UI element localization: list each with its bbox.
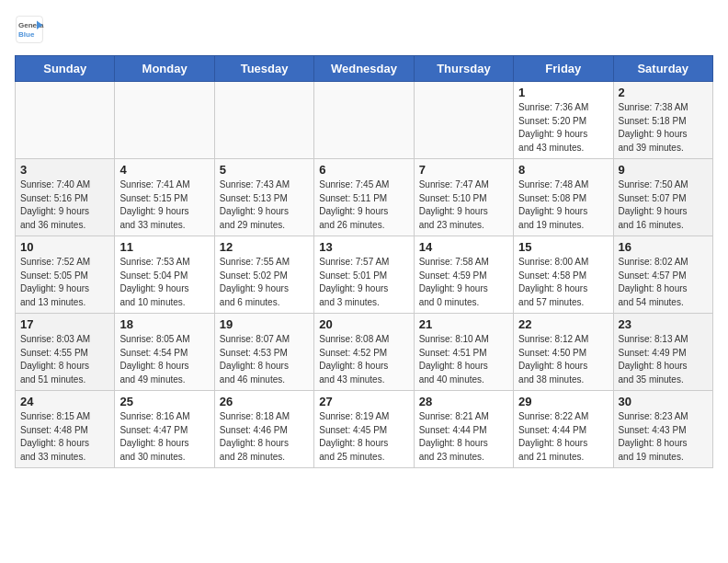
calendar-cell: 14Sunrise: 7:58 AM Sunset: 4:59 PM Dayli… — [414, 236, 513, 314]
day-number: 5 — [220, 163, 309, 177]
day-number: 12 — [220, 240, 309, 254]
day-number: 16 — [619, 240, 708, 254]
weekday-header-monday: Monday — [115, 56, 214, 82]
calendar-week-5: 24Sunrise: 8:15 AM Sunset: 4:48 PM Dayli… — [16, 391, 713, 468]
calendar-cell: 26Sunrise: 8:18 AM Sunset: 4:46 PM Dayli… — [214, 391, 313, 468]
calendar-cell — [414, 82, 513, 159]
day-info: Sunrise: 8:19 AM Sunset: 4:45 PM Dayligh… — [319, 410, 408, 464]
day-info: Sunrise: 8:08 AM Sunset: 4:52 PM Dayligh… — [319, 333, 408, 386]
calendar-cell: 21Sunrise: 8:10 AM Sunset: 4:51 PM Dayli… — [414, 314, 513, 391]
day-info: Sunrise: 7:52 AM Sunset: 5:05 PM Dayligh… — [20, 256, 109, 309]
day-number: 14 — [419, 240, 508, 254]
day-number: 11 — [119, 240, 209, 254]
day-info: Sunrise: 8:07 AM Sunset: 4:53 PM Dayligh… — [220, 333, 309, 386]
calendar-week-1: 1Sunrise: 7:36 AM Sunset: 5:20 PM Daylig… — [16, 82, 713, 159]
weekday-header-thursday: Thursday — [414, 56, 513, 82]
day-info: Sunrise: 8:16 AM Sunset: 4:47 PM Dayligh… — [119, 410, 209, 464]
day-info: Sunrise: 8:15 AM Sunset: 4:48 PM Dayligh… — [20, 410, 109, 464]
day-info: Sunrise: 8:12 AM Sunset: 4:50 PM Dayligh… — [518, 333, 608, 386]
day-info: Sunrise: 8:02 AM Sunset: 4:57 PM Dayligh… — [619, 256, 708, 309]
day-info: Sunrise: 7:55 AM Sunset: 5:02 PM Dayligh… — [220, 256, 309, 309]
day-number: 7 — [419, 163, 508, 177]
calendar-cell: 20Sunrise: 8:08 AM Sunset: 4:52 PM Dayli… — [314, 314, 414, 391]
calendar-cell — [115, 82, 214, 159]
calendar-cell: 24Sunrise: 8:15 AM Sunset: 4:48 PM Dayli… — [16, 391, 115, 468]
calendar-cell: 25Sunrise: 8:16 AM Sunset: 4:47 PM Dayli… — [115, 391, 214, 468]
calendar-cell: 8Sunrise: 7:48 AM Sunset: 5:08 PM Daylig… — [514, 159, 613, 236]
day-number: 23 — [619, 317, 708, 331]
day-number: 18 — [119, 317, 209, 331]
day-info: Sunrise: 7:48 AM Sunset: 5:08 PM Dayligh… — [518, 178, 608, 232]
day-info: Sunrise: 8:21 AM Sunset: 4:44 PM Dayligh… — [419, 410, 508, 464]
calendar-cell: 1Sunrise: 7:36 AM Sunset: 5:20 PM Daylig… — [514, 82, 613, 159]
calendar-cell: 27Sunrise: 8:19 AM Sunset: 4:45 PM Dayli… — [314, 391, 414, 468]
calendar-cell: 17Sunrise: 8:03 AM Sunset: 4:55 PM Dayli… — [16, 314, 115, 391]
day-number: 4 — [119, 163, 209, 177]
calendar-cell: 7Sunrise: 7:47 AM Sunset: 5:10 PM Daylig… — [414, 159, 513, 236]
calendar-cell: 4Sunrise: 7:41 AM Sunset: 5:15 PM Daylig… — [115, 159, 214, 236]
day-number: 8 — [518, 163, 608, 177]
calendar-week-3: 10Sunrise: 7:52 AM Sunset: 5:05 PM Dayli… — [16, 236, 713, 314]
day-info: Sunrise: 7:38 AM Sunset: 5:18 PM Dayligh… — [619, 101, 708, 155]
day-info: Sunrise: 8:03 AM Sunset: 4:55 PM Dayligh… — [20, 333, 109, 386]
calendar-cell: 15Sunrise: 8:00 AM Sunset: 4:58 PM Dayli… — [514, 236, 613, 314]
logo-icon: General Blue — [15, 15, 44, 44]
day-info: Sunrise: 7:36 AM Sunset: 5:20 PM Dayligh… — [518, 101, 608, 155]
calendar-header: SundayMondayTuesdayWednesdayThursdayFrid… — [16, 56, 713, 82]
weekday-header-friday: Friday — [514, 56, 613, 82]
weekday-header-saturday: Saturday — [613, 56, 712, 82]
day-number: 6 — [319, 163, 408, 177]
day-info: Sunrise: 7:40 AM Sunset: 5:16 PM Dayligh… — [20, 178, 109, 232]
day-number: 26 — [220, 395, 309, 408]
calendar-cell: 30Sunrise: 8:23 AM Sunset: 4:43 PM Dayli… — [613, 391, 712, 468]
calendar-cell — [314, 82, 414, 159]
day-info: Sunrise: 7:45 AM Sunset: 5:11 PM Dayligh… — [319, 178, 408, 232]
day-info: Sunrise: 8:00 AM Sunset: 4:58 PM Dayligh… — [518, 256, 608, 309]
calendar-week-4: 17Sunrise: 8:03 AM Sunset: 4:55 PM Dayli… — [16, 314, 713, 391]
day-number: 24 — [20, 395, 109, 408]
calendar-cell: 2Sunrise: 7:38 AM Sunset: 5:18 PM Daylig… — [613, 82, 712, 159]
day-number: 22 — [518, 317, 608, 331]
day-number: 28 — [419, 395, 508, 408]
calendar-cell: 28Sunrise: 8:21 AM Sunset: 4:44 PM Dayli… — [414, 391, 513, 468]
day-number: 10 — [20, 240, 109, 254]
logo: General Blue — [15, 15, 44, 44]
day-number: 20 — [319, 317, 408, 331]
day-number: 17 — [20, 317, 109, 331]
weekday-header-tuesday: Tuesday — [214, 56, 313, 82]
day-info: Sunrise: 7:47 AM Sunset: 5:10 PM Dayligh… — [419, 178, 508, 232]
calendar-cell: 23Sunrise: 8:13 AM Sunset: 4:49 PM Dayli… — [613, 314, 712, 391]
day-info: Sunrise: 8:18 AM Sunset: 4:46 PM Dayligh… — [220, 410, 309, 464]
day-number: 25 — [119, 395, 209, 408]
calendar-cell: 5Sunrise: 7:43 AM Sunset: 5:13 PM Daylig… — [214, 159, 313, 236]
calendar-cell: 19Sunrise: 8:07 AM Sunset: 4:53 PM Dayli… — [214, 314, 313, 391]
calendar-cell — [214, 82, 313, 159]
day-info: Sunrise: 8:22 AM Sunset: 4:44 PM Dayligh… — [518, 410, 608, 464]
day-info: Sunrise: 8:23 AM Sunset: 4:43 PM Dayligh… — [619, 410, 708, 464]
day-info: Sunrise: 7:58 AM Sunset: 4:59 PM Dayligh… — [419, 256, 508, 309]
day-number: 1 — [518, 86, 608, 99]
day-number: 3 — [20, 163, 109, 177]
calendar-cell: 12Sunrise: 7:55 AM Sunset: 5:02 PM Dayli… — [214, 236, 313, 314]
day-number: 21 — [419, 317, 508, 331]
header: General Blue — [15, 15, 713, 44]
day-number: 9 — [619, 163, 708, 177]
calendar-body: 1Sunrise: 7:36 AM Sunset: 5:20 PM Daylig… — [16, 82, 713, 468]
day-info: Sunrise: 7:57 AM Sunset: 5:01 PM Dayligh… — [319, 256, 408, 309]
calendar-cell: 9Sunrise: 7:50 AM Sunset: 5:07 PM Daylig… — [613, 159, 712, 236]
calendar-week-2: 3Sunrise: 7:40 AM Sunset: 5:16 PM Daylig… — [16, 159, 713, 236]
day-info: Sunrise: 8:13 AM Sunset: 4:49 PM Dayligh… — [619, 333, 708, 386]
day-number: 15 — [518, 240, 608, 254]
calendar-cell: 13Sunrise: 7:57 AM Sunset: 5:01 PM Dayli… — [314, 236, 414, 314]
day-number: 30 — [619, 395, 708, 408]
calendar-cell: 11Sunrise: 7:53 AM Sunset: 5:04 PM Dayli… — [115, 236, 214, 314]
day-info: Sunrise: 7:41 AM Sunset: 5:15 PM Dayligh… — [119, 178, 209, 232]
calendar-cell: 10Sunrise: 7:52 AM Sunset: 5:05 PM Dayli… — [16, 236, 115, 314]
calendar-cell: 16Sunrise: 8:02 AM Sunset: 4:57 PM Dayli… — [613, 236, 712, 314]
calendar-cell: 3Sunrise: 7:40 AM Sunset: 5:16 PM Daylig… — [16, 159, 115, 236]
day-info: Sunrise: 7:53 AM Sunset: 5:04 PM Dayligh… — [119, 256, 209, 309]
day-info: Sunrise: 8:05 AM Sunset: 4:54 PM Dayligh… — [119, 333, 209, 386]
calendar-table: SundayMondayTuesdayWednesdayThursdayFrid… — [15, 55, 713, 468]
day-number: 13 — [319, 240, 408, 254]
svg-text:Blue: Blue — [18, 30, 35, 39]
